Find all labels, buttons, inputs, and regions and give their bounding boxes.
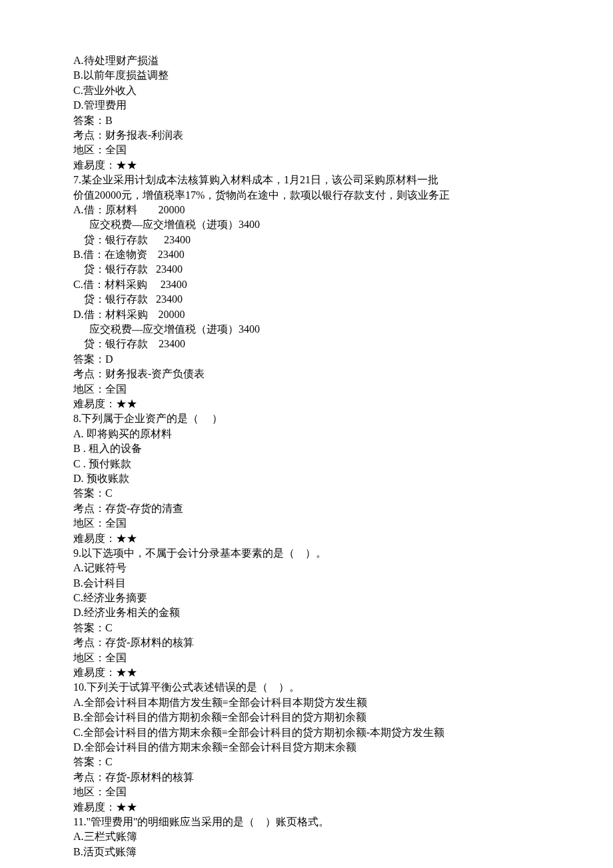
text-line: D.全部会计科目的借方期末余额=全部会计科目贷方期末余额 <box>73 740 540 755</box>
text-line: A.借：原材料 20000 <box>73 203 540 217</box>
text-line: C.全部会计科目的借方期末余额=全部会计科目的贷方期初余额-本期贷方发生额 <box>73 725 540 740</box>
difficulty-line: 难易度：★★ <box>73 531 540 546</box>
answer-line: 答案：C <box>73 621 540 635</box>
answer-line: 答案：D <box>73 352 540 367</box>
text-line: A.待处理财产损溢 <box>73 53 540 68</box>
text-line: A.全部会计科目本期借方发生额=全部会计科目本期贷方发生额 <box>73 695 540 710</box>
difficulty-line: 难易度：★★ <box>73 158 540 173</box>
text-line: C . 预付账款 <box>73 457 540 471</box>
text-line: B.全部会计科目的借方期初余额=全部会计科目的贷方期初余额 <box>73 710 540 725</box>
region-line: 地区：全国 <box>73 785 540 799</box>
text-line: A. 即将购买的原材料 <box>73 427 540 441</box>
topic-line: 考点：存货-存货的清查 <box>73 501 540 516</box>
question-line: 10.下列关于试算平衡公式表述错误的是（ ）。 <box>73 680 540 695</box>
topic-line: 考点：财务报表-资产负债表 <box>73 367 540 381</box>
text-line: A.记账符号 <box>73 561 540 575</box>
text-line: A.三栏式账簿 <box>73 829 540 844</box>
topic-line: 考点：财务报表-利润表 <box>73 128 540 143</box>
text-line: 贷：银行存款 23400 <box>73 337 540 351</box>
text-line: 应交税费—应交增值税（进项）3400 <box>73 217 540 232</box>
text-line: D.借：材料采购 20000 <box>73 307 540 322</box>
topic-line: 考点：存货-原材料的核算 <box>73 770 540 785</box>
text-line: D.管理费用 <box>73 98 540 113</box>
topic-line: 考点：存货-原材料的核算 <box>73 635 540 650</box>
text-line: 价值20000元，增值税率17%，货物尚在途中，款项以银行存款支付，则该业务正 <box>73 188 540 203</box>
question-line: 8.下列属于企业资产的是（ ） <box>73 411 540 426</box>
text-line: B.借：在途物资 23400 <box>73 247 540 262</box>
text-line: C.经济业务摘要 <box>73 591 540 605</box>
difficulty-line: 难易度：★★ <box>73 665 540 680</box>
text-line: 贷：银行存款 23400 <box>73 292 540 307</box>
region-line: 地区：全国 <box>73 382 540 397</box>
answer-line: 答案：C <box>73 486 540 501</box>
text-line: C.营业外收入 <box>73 83 540 98</box>
question-line: 11."管理费用"的明细账应当采用的是（ ）账页格式。 <box>73 815 540 829</box>
answer-line: 答案：B <box>73 113 540 128</box>
question-line: 7.某企业采用计划成本法核算购入材料成本，1月21日，该公司采购原材料一批 <box>73 173 540 187</box>
text-line: D.经济业务相关的金额 <box>73 605 540 620</box>
text-line: 贷：银行存款 23400 <box>73 262 540 277</box>
question-line: 9.以下选项中，不属于会计分录基本要素的是（ ）。 <box>73 546 540 561</box>
text-line: C.借：材料采购 23400 <box>73 277 540 292</box>
text-line: B.活页式账簿 <box>73 845 540 859</box>
region-line: 地区：全国 <box>73 516 540 531</box>
document-body: A.待处理财产损溢 B.以前年度损益调整 C.营业外收入 D.管理费用 答案：B… <box>73 53 540 859</box>
text-line: B . 租入的设备 <box>73 441 540 456</box>
text-line: B.会计科目 <box>73 576 540 591</box>
text-line: 贷：银行存款 23400 <box>73 233 540 247</box>
difficulty-line: 难易度：★★ <box>73 397 540 411</box>
answer-line: 答案：C <box>73 755 540 769</box>
region-line: 地区：全国 <box>73 651 540 665</box>
text-line: B.以前年度损益调整 <box>73 68 540 83</box>
text-line: 应交税费—应交增值税（进项）3400 <box>73 322 540 337</box>
difficulty-line: 难易度：★★ <box>73 800 540 815</box>
text-line: D. 预收账款 <box>73 471 540 486</box>
region-line: 地区：全国 <box>73 143 540 157</box>
